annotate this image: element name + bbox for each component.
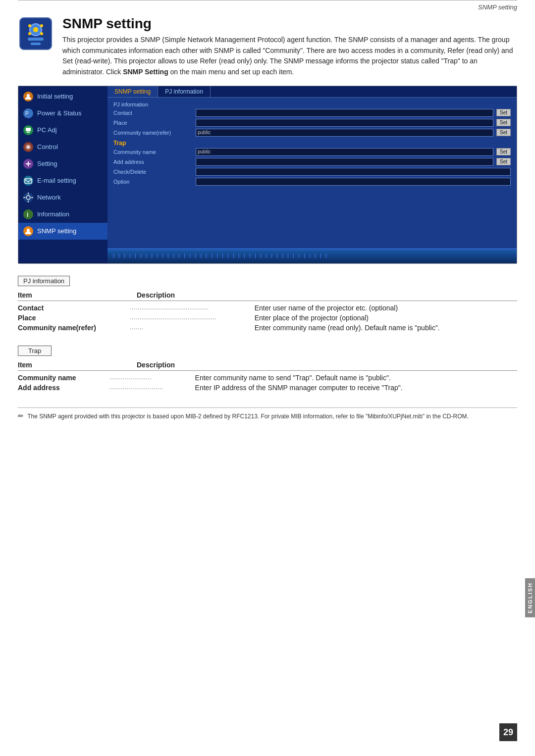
table-row: Place ..................................… (18, 313, 517, 323)
sidebar-label-initial-setting: Initial setting (37, 93, 73, 100)
trap-table: Community name ...................... En… (18, 373, 517, 393)
place-input[interactable] (196, 119, 493, 127)
add-address-set-button[interactable]: Set (496, 158, 511, 165)
contact-dots: ........................................… (129, 303, 255, 313)
sidebar-item-network[interactable]: Network (18, 189, 107, 206)
tick-27 (255, 254, 256, 258)
contact-label: Contact (113, 110, 193, 116)
pj-information-box: PJ information (18, 276, 70, 286)
trap-box: Trap (18, 346, 52, 356)
tick-2 (119, 254, 119, 258)
tick-11 (168, 254, 168, 258)
trap-community-input[interactable] (196, 148, 493, 156)
tick-31 (277, 254, 277, 258)
add-address-label: Add address (113, 159, 193, 165)
tick-17 (201, 254, 201, 258)
control-icon (22, 141, 34, 153)
community-refer-name: Community name(refer) (18, 323, 129, 333)
sidebar-label-control: Control (37, 143, 58, 151)
tick-4 (130, 254, 130, 258)
sidebar-item-pc-adj[interactable]: PC Adj (18, 122, 107, 139)
sidebar-label-snmp-setting: SNMP setting (37, 227, 76, 235)
tick-30 (271, 254, 272, 258)
sidebar-label-network: Network (37, 194, 61, 201)
tab-snmp-setting[interactable]: SNMP setting (107, 86, 158, 97)
tick-21 (222, 254, 223, 258)
trap-community-set-button[interactable]: Set (496, 148, 511, 155)
contact-set-button[interactable]: Set (496, 109, 511, 116)
check-delete-input[interactable] (196, 168, 511, 176)
sidebar-label-information: Information (37, 210, 69, 218)
main-pane: SNMP setting PJ information PJ informati… (107, 86, 517, 263)
tick-38 (315, 254, 316, 258)
pj-info-col-item: Item (18, 291, 137, 299)
tick-5 (135, 254, 136, 258)
add-address-row: Add address Set (113, 158, 511, 166)
sidebar-item-power-status[interactable]: P Power & Status (18, 105, 107, 122)
screenshot-area: Initial setting P Power & Status PC Adj … (18, 86, 517, 264)
tick-1 (113, 254, 114, 258)
community-refer-input[interactable] (196, 129, 493, 137)
pj-info-heading: PJ information (113, 101, 511, 107)
tick-13 (179, 254, 179, 258)
sidebar-item-initial-setting[interactable]: Initial setting (18, 88, 107, 105)
community-refer-set-button[interactable]: Set (496, 129, 511, 136)
title-content: SNMP setting This projector provides a S… (62, 16, 517, 78)
tick-9 (157, 254, 158, 258)
contact-input[interactable] (196, 109, 493, 117)
sidebar-label-setting: Setting (37, 160, 57, 167)
pj-info-col-desc: Description (137, 291, 175, 299)
tab-pj-information[interactable]: PJ information (158, 86, 211, 97)
tick-36 (304, 254, 305, 258)
svg-point-18 (27, 146, 29, 148)
option-input[interactable] (196, 178, 511, 186)
community-refer-label: Community name(refer) (113, 130, 193, 136)
sidebar-item-email-setting[interactable]: E-mail setting (18, 172, 107, 189)
tick-39 (321, 254, 321, 258)
contact-name: Contact (18, 303, 129, 313)
page-title: SNMP setting (62, 16, 517, 32)
svg-rect-3 (28, 38, 44, 41)
page-number: 29 (499, 723, 517, 741)
add-address-input[interactable] (196, 158, 493, 166)
trap-community-label: Community name (113, 149, 193, 155)
trap-col-desc: Description (137, 361, 175, 369)
sidebar-item-control[interactable]: Control (18, 139, 107, 155)
community-refer-dots: ....... (129, 323, 255, 333)
header-label: SNMP setting (0, 3, 517, 11)
sidebar-item-information[interactable]: i Information (18, 206, 107, 223)
pj-info-header-row: Item Description (18, 291, 517, 301)
tick-12 (173, 254, 174, 258)
add-address-dots: ............................ (108, 383, 195, 393)
snmp-icon (18, 16, 54, 51)
svg-rect-15 (27, 132, 30, 133)
trap-community-dots: ...................... (108, 373, 195, 383)
sidebar-item-snmp-setting[interactable]: SNMP setting (18, 223, 107, 240)
option-row: Option (113, 178, 511, 186)
place-name: Place (18, 313, 129, 323)
sidebar-label-email-setting: E-mail setting (37, 177, 76, 184)
tick-19 (212, 254, 212, 258)
footer-note-text: The SNMP agent provided with this projec… (27, 413, 469, 420)
pj-info-desc-section: Item Description Contact ...............… (18, 291, 517, 333)
svg-rect-4 (31, 43, 41, 45)
add-address-name: Add address (18, 383, 108, 393)
snmp-setting-icon (22, 225, 34, 237)
svg-rect-14 (26, 128, 31, 131)
tick-35 (299, 254, 299, 258)
place-set-button[interactable]: Set (496, 119, 511, 126)
svg-text:P: P (25, 111, 29, 116)
sidebar-item-setting[interactable]: Setting (18, 155, 107, 172)
community-refer-row: Community name(refer) Set (113, 129, 511, 137)
place-desc: Enter place of the projector (optional) (255, 313, 517, 323)
add-address-desc: Enter IP address of the SNMP manager com… (195, 383, 517, 393)
tick-14 (184, 254, 185, 258)
tick-6 (141, 254, 141, 258)
pj-info-table: Contact ................................… (18, 303, 517, 333)
trap-heading: Trap (113, 140, 511, 147)
contact-desc: Enter user name of the projector etc. (o… (255, 303, 517, 313)
setting-icon (22, 158, 34, 170)
svg-point-7 (28, 32, 31, 35)
trap-community-row: Community name Set (113, 148, 511, 156)
tick-10 (162, 254, 163, 258)
